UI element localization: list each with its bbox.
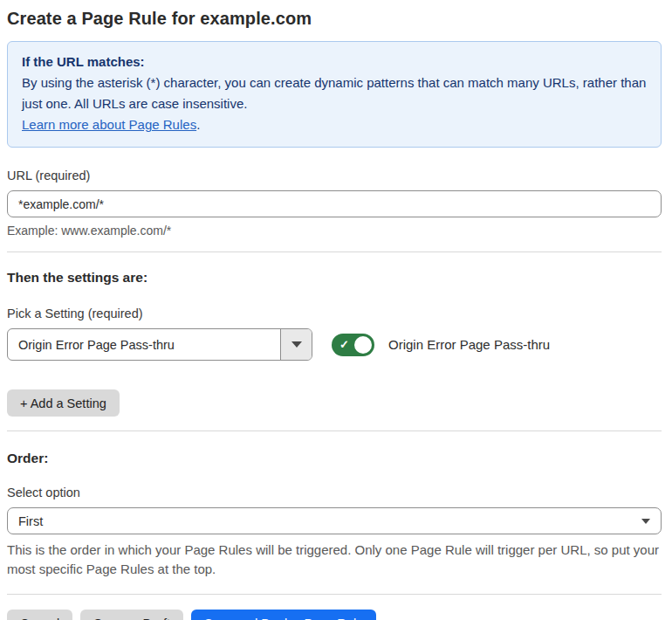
save-draft-button[interactable]: Save as Draft: [80, 610, 183, 620]
save-deploy-button[interactable]: Save and Deploy Page Rule: [191, 610, 376, 620]
add-setting-button[interactable]: + Add a Setting: [7, 389, 120, 417]
info-box-heading: If the URL matches:: [22, 52, 647, 72]
check-icon: ✓: [339, 339, 349, 350]
chevron-down-icon: [641, 519, 650, 524]
settings-section-heading: Then the settings are:: [7, 270, 662, 286]
order-select-value: First: [18, 514, 641, 528]
order-help-text: This is the order in which your Page Rul…: [7, 541, 662, 579]
divider: [7, 251, 662, 252]
chevron-down-icon: [291, 341, 302, 348]
info-box-body: By using the asterisk (*) character, you…: [22, 72, 647, 114]
info-box-link-line: Learn more about Page Rules.: [22, 114, 647, 135]
footer-actions: Cancel Save as Draft Save and Deploy Pag…: [7, 610, 662, 620]
setting-select-value: Origin Error Page Pass-thru: [8, 329, 280, 360]
url-example-text: Example: www.example.com/*: [7, 224, 662, 238]
order-select[interactable]: First: [7, 507, 662, 534]
pick-setting-label: Pick a Setting (required): [7, 307, 662, 320]
order-section-heading: Order:: [7, 451, 662, 466]
toggle-knob: [354, 336, 372, 354]
learn-more-link[interactable]: Learn more about Page Rules: [22, 117, 196, 132]
setting-row: Origin Error Page Pass-thru ✓ Origin Err…: [7, 328, 662, 361]
setting-select[interactable]: Origin Error Page Pass-thru: [7, 328, 312, 361]
link-suffix: .: [196, 117, 200, 132]
order-select-label: Select option: [7, 486, 662, 499]
setting-toggle[interactable]: ✓: [332, 334, 374, 356]
page-title: Create a Page Rule for example.com: [7, 9, 662, 29]
divider: [7, 594, 662, 595]
url-input[interactable]: [7, 190, 662, 217]
setting-toggle-label: Origin Error Page Pass-thru: [388, 337, 550, 352]
url-match-info-box: If the URL matches: By using the asteris…: [7, 41, 662, 148]
setting-select-arrow-button[interactable]: [280, 329, 312, 360]
url-field-label: URL (required): [7, 169, 662, 183]
cancel-button[interactable]: Cancel: [7, 610, 72, 620]
divider: [7, 431, 662, 431]
create-page-rule-panel: Create a Page Rule for example.com If th…: [0, 0, 672, 620]
